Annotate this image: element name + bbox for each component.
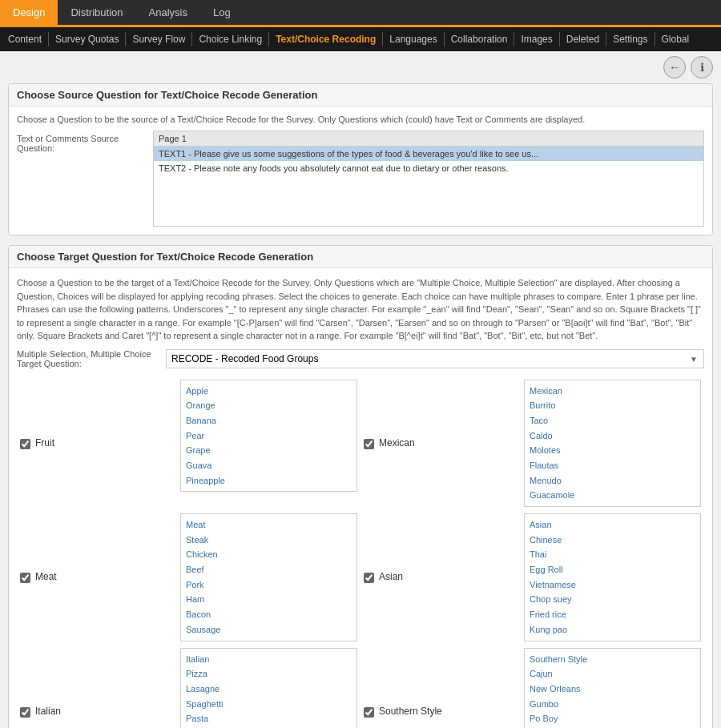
target-select-label: Multiple Selection, Multiple Choice Targ… bbox=[17, 349, 161, 368]
choice-checkbox-mexican[interactable] bbox=[364, 439, 374, 449]
top-tab-bar: Design Distribution Analysis Log bbox=[0, 0, 721, 27]
choice-cell: Italian bbox=[20, 706, 174, 718]
target-select-row: Multiple Selection, Multiple Choice Targ… bbox=[17, 349, 704, 368]
choice-checkbox-italian[interactable] bbox=[20, 707, 30, 718]
source-label: Text or Comments Source Question: bbox=[17, 134, 145, 153]
target-select[interactable]: RECODE - Recoded Food Groups bbox=[166, 349, 704, 368]
target-section-title: Choose Target Question for Text/Choice R… bbox=[9, 246, 712, 268]
back-button[interactable]: ← bbox=[663, 56, 686, 78]
phrases-box-mexican[interactable]: MexicanBurritoTacoCaldoMolotesFlautasMen… bbox=[524, 380, 701, 508]
nav-images[interactable]: Images bbox=[514, 32, 559, 46]
nav-collaboration[interactable]: Collaboration bbox=[445, 32, 515, 46]
choice-name: Meat bbox=[35, 571, 57, 582]
phrases-box-southern-style[interactable]: Southern StyleCajunNew OrleansGumboPo Bo… bbox=[524, 648, 701, 729]
nav-content[interactable]: Content bbox=[8, 32, 49, 46]
choice-cell: Fruit bbox=[20, 437, 174, 449]
target-select-wrapper: RECODE - Recoded Food Groups bbox=[166, 349, 704, 368]
choice-cell: Meat bbox=[20, 571, 174, 583]
choice-checkbox-meat[interactable] bbox=[20, 573, 30, 583]
target-section-desc: Choose a Question to be the target of a … bbox=[17, 276, 704, 343]
choice-cell: Asian bbox=[364, 571, 518, 583]
choice-name: Italian bbox=[35, 706, 61, 717]
nav-survey-quotas[interactable]: Survey Quotas bbox=[49, 32, 126, 46]
source-panel: Choose Source Question for Text/Choice R… bbox=[8, 83, 713, 235]
tab-log[interactable]: Log bbox=[200, 0, 244, 25]
nav-deleted[interactable]: Deleted bbox=[560, 32, 606, 46]
page-header: Page 1 bbox=[154, 131, 703, 147]
choice-name: Mexican bbox=[379, 437, 415, 448]
info-button[interactable]: ℹ bbox=[691, 56, 713, 78]
source-section-title: Choose Source Question for Text/Choice R… bbox=[9, 84, 712, 107]
toolbar: ← ℹ bbox=[0, 51, 721, 83]
choice-grid: Fruit AppleOrangeBananaPearGrapeGuavaPin… bbox=[17, 376, 704, 729]
question-item-text1[interactable]: TEXT1 - Please give us some suggestions … bbox=[154, 147, 703, 161]
choice-name: Southern Style bbox=[379, 706, 442, 717]
tab-design[interactable]: Design bbox=[0, 0, 58, 25]
nav-settings[interactable]: Settings bbox=[606, 32, 655, 46]
nav-languages[interactable]: Languages bbox=[383, 32, 444, 46]
choice-name: Asian bbox=[379, 571, 403, 582]
choice-cell: Mexican bbox=[364, 437, 518, 449]
nav-choice-linking[interactable]: Choice Linking bbox=[192, 32, 269, 46]
tab-distribution[interactable]: Distribution bbox=[58, 0, 135, 25]
phrases-box-italian[interactable]: ItalianPizzaLasagneSpaghettiPastaInsalat… bbox=[180, 648, 357, 729]
phrases-box-meat[interactable]: MeatSteakChickenBeefPorkHamBaconSausage bbox=[180, 513, 357, 642]
question-item-text2[interactable]: TEXT2 - Please note any foods you absolu… bbox=[154, 161, 703, 175]
choice-checkbox-fruit[interactable] bbox=[20, 439, 30, 449]
choice-name: Fruit bbox=[35, 437, 54, 448]
nav-global[interactable]: Global bbox=[655, 32, 696, 46]
phrases-box-fruit[interactable]: AppleOrangeBananaPearGrapeGuavaPineapple bbox=[180, 380, 357, 493]
choice-checkbox-southern-style[interactable] bbox=[364, 707, 374, 718]
source-section-desc: Choose a Question to be the source of a … bbox=[17, 115, 704, 124]
nav-text-choice-recoding[interactable]: Text/Choice Recoding bbox=[269, 32, 383, 46]
choice-cell: Southern Style bbox=[364, 706, 518, 718]
target-panel: Choose Target Question for Text/Choice R… bbox=[8, 245, 713, 728]
source-panel-inner: Text or Comments Source Question: Page 1… bbox=[17, 131, 704, 227]
question-list-box[interactable]: Page 1 TEXT1 - Please give us some sugge… bbox=[153, 131, 704, 227]
phrases-box-asian[interactable]: AsianChineseThaiEgg RollVietnameseChop s… bbox=[524, 513, 701, 642]
choice-checkbox-asian[interactable] bbox=[364, 573, 374, 583]
tab-analysis[interactable]: Analysis bbox=[136, 0, 200, 25]
nav-survey-flow[interactable]: Survey Flow bbox=[126, 32, 192, 46]
nav-bar: Content Survey Quotas Survey Flow Choice… bbox=[0, 27, 721, 51]
